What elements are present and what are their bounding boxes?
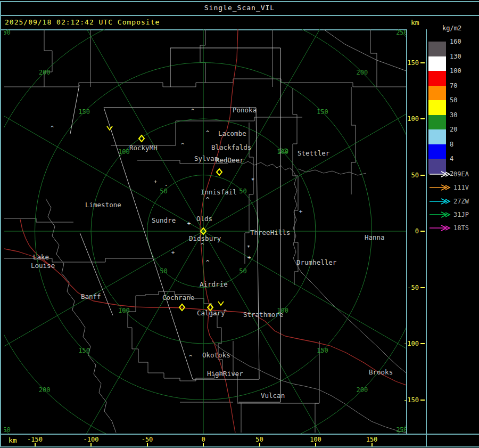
colour-scale-swatch — [428, 100, 446, 115]
colour-scale-value: 50 — [450, 96, 457, 104]
range-ring-label: 250 — [396, 29, 406, 36]
radar-arrow-27ZW — [429, 198, 453, 205]
right-axis-tick — [420, 118, 425, 119]
place-label-banff: Banff — [81, 292, 101, 300]
range-ring-label: 250 — [4, 426, 11, 434]
county-boundary-line — [233, 341, 241, 433]
point-marker: ^ — [206, 259, 210, 266]
bottom-axis-unit-label: km — [9, 436, 17, 444]
range-ring-label: 200 — [39, 386, 51, 394]
right-axis-tick — [420, 287, 425, 288]
colour-scale-swatch — [428, 56, 446, 71]
place-label-didsbury: Didsbury — [189, 234, 221, 242]
right-axis-tick-label: -150 — [403, 396, 419, 404]
point-marker: + — [154, 178, 158, 185]
county-boundary-line — [4, 218, 73, 222]
site-arrow-marker — [107, 126, 112, 130]
radar-site-marker — [179, 304, 185, 311]
window-title: Single_Scan_VIL — [0, 4, 479, 12]
colour-scale-value: 4 — [450, 155, 453, 162]
right-axis-unit-label: km — [411, 19, 419, 27]
place-label-blackfalds: Blackfalds — [211, 143, 251, 151]
bottom-axis-tick — [259, 443, 260, 446]
bottom-axis-tick — [203, 443, 204, 446]
right-axis-tick-label: -50 — [407, 284, 419, 291]
county-boundary-line — [351, 87, 356, 194]
right-distance-axis: 150100500-50-100-150 — [406, 29, 426, 434]
radar-map-canvas[interactable]: 5050505010010010010015015015015020020020… — [4, 29, 406, 434]
bottom-axis-tick — [147, 443, 148, 446]
colour-scale-value: 20 — [450, 126, 457, 133]
radar-id-label: 27ZW — [453, 198, 469, 205]
bottom-axis-tick — [90, 443, 92, 446]
range-ring-label: 250 — [396, 426, 406, 434]
range-ring-label: 200 — [357, 69, 368, 76]
bottom-axis-tick — [35, 443, 36, 446]
right-axis-tick-label: 50 — [411, 172, 419, 179]
range-ring-label: 200 — [357, 386, 368, 394]
bottom-axis-tick-label: 100 — [310, 436, 321, 443]
colour-scale-value: 8 — [450, 141, 453, 148]
colour-scale-swatch — [428, 129, 446, 144]
county-boundary-line — [44, 29, 52, 87]
point-marker: ^ — [206, 196, 210, 203]
point-marker: ^ — [181, 142, 185, 149]
radar-arrow-31JP — [429, 211, 453, 218]
place-label-lacombe: Lacombe — [218, 129, 246, 137]
radar-app-window: Single_Scan_VIL 2025/09/18 02:12:42 UTC … — [0, 0, 479, 448]
county-boundary-line — [46, 199, 116, 433]
range-ring-label: 200 — [39, 69, 51, 76]
point-marker: ^ — [201, 242, 204, 249]
county-boundary-line — [370, 29, 377, 87]
county-boundary-line — [111, 121, 176, 145]
place-label-hanna: Hanna — [365, 233, 385, 241]
county-boundary-line — [128, 291, 222, 381]
place-label-cochrane: Cochrane — [162, 294, 194, 302]
colour-scale-value: 100 — [450, 67, 461, 75]
range-ring-label: 150 — [317, 108, 328, 116]
colour-scale-value: 130 — [450, 53, 461, 60]
titlebar-bottom-rule — [0, 15, 479, 16]
point-marker: + — [187, 220, 191, 227]
colour-scale-swatch — [428, 144, 446, 159]
place-label-okotoks: Okotoks — [202, 351, 230, 359]
point-marker: * — [247, 244, 251, 251]
place-label-louise: Louise — [31, 262, 55, 270]
radar-arrow-111V — [429, 184, 453, 191]
place-label-ponoka: Ponoka — [233, 106, 257, 114]
bottom-distance-axis: km -150-100-50050100150 — [0, 434, 479, 447]
right-axis-tick — [420, 231, 425, 232]
bottom-axis-tick-label: 0 — [201, 436, 205, 443]
colour-scale-swatch — [428, 86, 446, 101]
colour-scale-value: 70 — [450, 82, 457, 89]
range-ring-label: 250 — [4, 29, 11, 36]
right-axis-tick — [420, 400, 425, 401]
point-marker: ^ — [51, 125, 54, 132]
range-ring-label: 50 — [239, 267, 246, 275]
point-marker: ^ — [189, 354, 193, 361]
place-label-limestone: Limestone — [85, 201, 121, 209]
range-ring-label: 150 — [317, 347, 328, 354]
right-axis-tick — [420, 62, 425, 63]
place-label-vulcan: Vulcan — [261, 392, 285, 400]
legend-panel: 1601301007050302084209EA111V27ZW31JP18TS — [426, 29, 479, 446]
bottom-axis-tick — [315, 443, 316, 446]
map-layers: 5050505010010010010015015015015020020020… — [4, 29, 406, 434]
place-label-sylvan: Sylvan — [194, 154, 218, 162]
range-ring-label: 150 — [78, 108, 90, 116]
colour-scale-value: 160 — [450, 38, 461, 45]
county-boundary-line — [315, 341, 319, 433]
radar-site-marker — [217, 169, 222, 175]
colour-scale-value: 30 — [450, 111, 457, 119]
azimuth-radial — [4, 82, 203, 231]
colour-scale-swatch — [428, 71, 446, 86]
place-label-olds: Olds — [196, 215, 212, 223]
azimuth-radial — [54, 29, 203, 231]
right-axis-tick-label: 100 — [407, 115, 419, 123]
place-label-threehills: ThreeHills — [250, 229, 290, 237]
point-marker: · — [164, 182, 168, 189]
radar-id-label: 111V — [453, 184, 469, 191]
point-marker: ^ — [191, 108, 195, 115]
right-axis-tick — [420, 175, 425, 176]
radar-arrow-18TS — [429, 224, 453, 232]
